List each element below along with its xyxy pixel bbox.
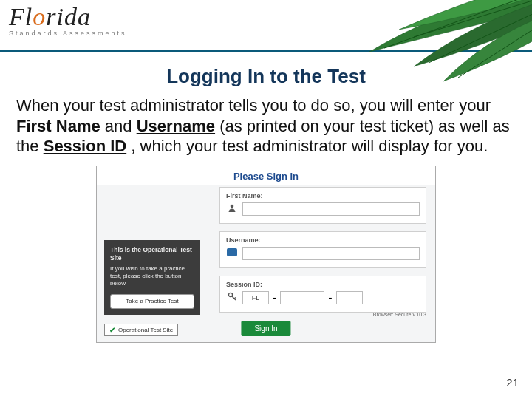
logo-main: Florida bbox=[9, 3, 127, 31]
practice-sidebar: This is the Operational Test Site If you… bbox=[104, 240, 200, 316]
session-dash: - bbox=[328, 291, 332, 304]
first-name-input[interactable] bbox=[242, 202, 420, 216]
username-input[interactable] bbox=[242, 247, 420, 260]
username-term: Username bbox=[137, 117, 215, 135]
desc-text: , which your test administrator will dis… bbox=[131, 137, 488, 155]
person-icon bbox=[226, 203, 238, 214]
operational-badge-label: Operational Test Site bbox=[118, 327, 173, 333]
logo-part1: Fl bbox=[9, 3, 33, 30]
session-seg-3[interactable] bbox=[336, 291, 363, 304]
logo-part-o: o bbox=[33, 3, 46, 30]
browser-note: Browser: Secure v.10.3 bbox=[373, 312, 426, 317]
logo-subtitle: Standards Assessments bbox=[9, 30, 127, 37]
description-paragraph: When your test administrator tells you t… bbox=[16, 95, 516, 157]
session-id-term: Session ID bbox=[44, 137, 126, 155]
first-name-group: First Name: bbox=[219, 187, 426, 224]
first-name-term: First Name bbox=[16, 117, 100, 135]
svg-line-2 bbox=[429, 7, 532, 63]
username-label: Username: bbox=[226, 236, 420, 244]
slide-header: Florida Standards Assessments bbox=[0, 0, 532, 52]
logo: Florida Standards Assessments bbox=[9, 3, 127, 37]
session-id-label: Session ID: bbox=[226, 281, 420, 288]
session-group: Session ID: FL - - bbox=[219, 276, 426, 313]
session-dash: - bbox=[273, 291, 276, 304]
logo-part2: rida bbox=[46, 3, 91, 30]
sidebar-heading: This is the Operational Test Site bbox=[110, 246, 194, 262]
id-card-icon bbox=[226, 248, 238, 259]
operational-badge: ✔ Operational Test Site bbox=[104, 324, 178, 336]
session-seg-2[interactable] bbox=[280, 291, 324, 304]
sidebar-body: If you wish to take a practice test, ple… bbox=[110, 265, 194, 288]
signin-form: First Name: Username: Session ID: bbox=[219, 187, 426, 320]
check-icon: ✔ bbox=[109, 326, 115, 334]
page-number: 21 bbox=[506, 376, 519, 389]
session-seg-1[interactable]: FL bbox=[242, 291, 269, 304]
svg-point-4 bbox=[231, 205, 234, 208]
svg-line-0 bbox=[384, 0, 532, 48]
signin-heading: Please Sign In bbox=[97, 166, 435, 185]
svg-line-1 bbox=[414, 0, 532, 37]
signin-screenshot: Please Sign In First Name: Username: Ses… bbox=[96, 166, 436, 343]
practice-test-button[interactable]: Take a Practice Test bbox=[110, 294, 194, 309]
svg-line-7 bbox=[234, 297, 236, 299]
key-icon bbox=[226, 292, 238, 304]
username-group: Username: bbox=[219, 231, 426, 268]
page-title: Logging In to the Test bbox=[0, 65, 532, 88]
desc-text: When your test administrator tells you t… bbox=[16, 96, 491, 115]
desc-text: and bbox=[105, 117, 137, 135]
sign-in-button[interactable]: Sign In bbox=[241, 321, 290, 336]
first-name-label: First Name: bbox=[226, 192, 420, 200]
